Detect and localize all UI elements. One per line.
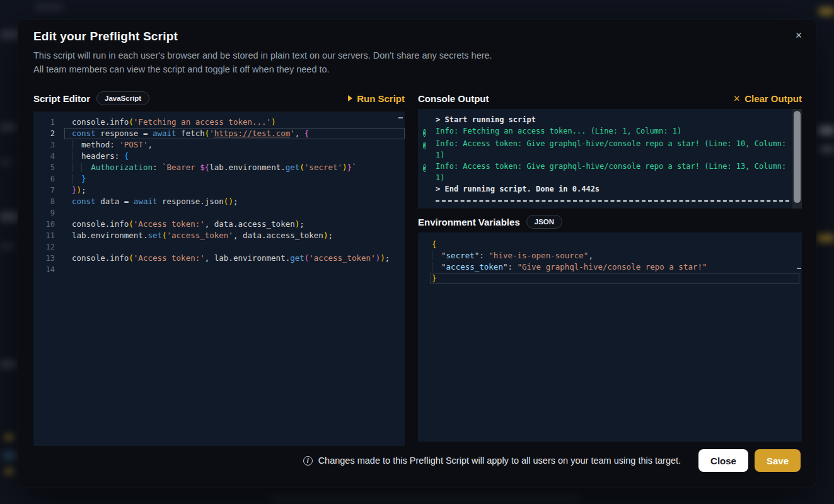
log-icon-spacer [423, 114, 436, 125]
backdrop-blob [35, 4, 62, 11]
code-token: ( [129, 253, 134, 263]
code-line[interactable]: 2const response = await fetch('https://t… [33, 128, 405, 139]
line-number: 13 [33, 253, 55, 264]
backdrop-blob [5, 435, 13, 440]
code-token: ) [271, 117, 276, 127]
env-code-line[interactable]: "access_token": "Give graphql-hive/conso… [418, 261, 802, 273]
code-token [72, 151, 81, 161]
code-token: `Bearer [162, 163, 200, 172]
code-line[interactable]: 9 [33, 207, 405, 219]
code-token: ( [299, 163, 304, 172]
console-output-title: Console Output [418, 93, 489, 104]
console-entry: iInfo: Fetching an access token... (Line… [423, 125, 791, 138]
clear-icon: ✕ [733, 94, 740, 103]
code-token: , data.access_token [233, 231, 323, 240]
code-token: https://test.com [214, 129, 290, 138]
code-line[interactable]: 3 method: 'POST', [33, 139, 405, 151]
dialog-footer: i Changes made to this Preflight Script … [33, 449, 801, 472]
code-line[interactable]: 13console.info('Access token:', lab.envi… [33, 253, 405, 264]
code-line[interactable]: 6 } [33, 173, 405, 185]
code-token: set [148, 231, 162, 240]
env-code-line[interactable]: "secret": "hive-is-open-source", [418, 250, 802, 261]
close-icon[interactable]: × [791, 27, 807, 43]
code-token: response.json [158, 197, 224, 206]
console-scrollbar[interactable] [792, 109, 802, 209]
code-token: headers: [81, 151, 124, 161]
backdrop-blob [819, 8, 834, 15]
backdrop-blob [3, 451, 16, 461]
script-editor[interactable]: 1console.info('Fetching an access token.… [33, 112, 405, 446]
code-token: 'Access token:' [134, 253, 205, 263]
console-entry-text: Info: Fetching an access token... (Line:… [436, 125, 681, 138]
code-line[interactable]: 10console.info('Access token:', data.acc… [33, 219, 405, 230]
clear-output-button[interactable]: ✕ Clear Output [733, 93, 802, 104]
code-token: ( [162, 231, 167, 240]
code-token: 'Access token:' [134, 219, 205, 229]
code-token: ( [129, 219, 134, 229]
code-line-content: } [64, 173, 405, 185]
code-token: ( [129, 117, 134, 127]
script-editor-header: Script Editor JavaScript Run Script [33, 89, 405, 108]
code-line-content: Authorization: `Bearer ${lab.environment… [64, 162, 405, 173]
info-icon: i [423, 138, 436, 161]
code-token: ": [475, 251, 489, 260]
code-line-content: console.info('Access token:', lab.enviro… [64, 253, 405, 264]
console-scrollbar-thumb[interactable] [794, 111, 801, 203]
env-code-line[interactable]: { [418, 239, 802, 250]
environment-variables-editor[interactable]: { "secret": "hive-is-open-source", "acce… [418, 232, 802, 442]
code-token: { [432, 239, 437, 249]
backdrop-blob [0, 360, 16, 368]
save-button[interactable]: Save [755, 449, 801, 472]
code-token: ' [290, 129, 295, 138]
close-button[interactable]: Close [698, 449, 748, 472]
backdrop-blob [0, 123, 16, 131]
code-token: { [124, 151, 129, 161]
console-header: Console Output ✕ Clear Output [418, 89, 802, 108]
code-token: , [148, 140, 153, 149]
code-line[interactable]: 8const data = await response.json(); [33, 196, 405, 207]
code-line[interactable]: 4 headers: { [33, 151, 405, 162]
env-line-content: "secret": "hive-is-open-source", [431, 250, 799, 261]
console-entry: > Start running script [423, 114, 791, 125]
env-line-content: "access_token": "Give graphql-hive/conso… [431, 261, 799, 273]
line-number: 10 [33, 219, 55, 230]
code-token: ; [385, 253, 390, 263]
code-line-content: method: 'POST', [64, 139, 405, 151]
code-token: : [153, 163, 162, 172]
environment-variables-title: Environment Variables [418, 217, 520, 227]
code-line[interactable]: 14 [33, 264, 405, 275]
code-token: console.info [72, 117, 129, 127]
line-number: 14 [33, 264, 55, 275]
code-token: 'POST' [119, 140, 148, 149]
line-number: 9 [33, 207, 55, 219]
code-line-content [64, 264, 405, 275]
log-icon-spacer [423, 183, 436, 195]
backdrop-blob [271, 494, 580, 504]
env-code-line[interactable]: } [418, 273, 802, 284]
code-token: , [295, 129, 304, 138]
console-separator [436, 200, 789, 202]
footer-note: i Changes made to this Preflight Script … [303, 455, 681, 466]
console-entry: iInfo: Access token: Give graphql-hive/c… [423, 138, 791, 161]
code-line[interactable]: 5 Authorization: `Bearer ${lab.environme… [33, 162, 405, 173]
dialog-description-line2: All team members can view the script and… [33, 62, 492, 76]
run-script-button[interactable]: Run Script [348, 93, 405, 104]
footer-note-text: Changes made to this Preflight Script wi… [318, 455, 681, 466]
line-number: 7 [33, 185, 55, 196]
console-output[interactable]: > Start running scriptiInfo: Fetching an… [418, 109, 802, 209]
code-token: ; [81, 185, 86, 195]
info-icon: i [423, 125, 436, 138]
backdrop-blob [818, 126, 834, 135]
code-line[interactable]: 7}); [33, 185, 405, 196]
backdrop-blob [0, 30, 19, 39]
console-body: > Start running scriptiInfo: Fetching an… [423, 114, 791, 202]
code-token: } [72, 185, 77, 195]
code-token: } [81, 174, 86, 183]
code-token: " [441, 251, 446, 260]
code-line[interactable]: 1console.info('Fetching an access token.… [33, 117, 405, 128]
code-token: ' [209, 129, 214, 138]
code-line[interactable]: 11lab.environment.set('access_token', da… [33, 230, 405, 241]
code-line[interactable]: 12 [33, 241, 405, 253]
info-circle-icon: i [423, 164, 426, 172]
line-number: 1 [33, 117, 55, 128]
